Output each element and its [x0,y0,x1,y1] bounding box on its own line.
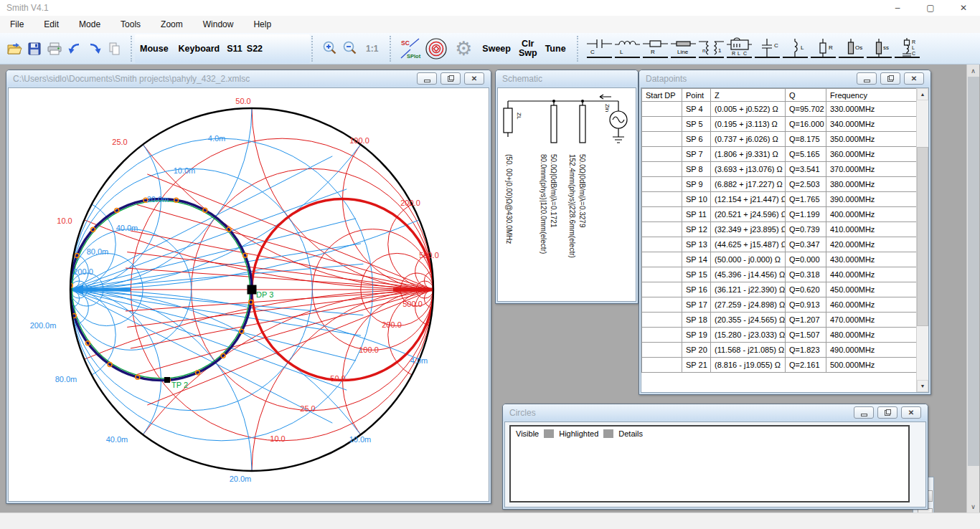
table-cell[interactable]: (12.154 + j21.447) Ω [711,192,786,207]
table-cell[interactable]: (20.521 + j24.596) Ω [711,207,786,222]
window-minimize-button[interactable] [854,406,874,419]
table-cell[interactable]: 500.000MHz [826,358,918,373]
table-cell[interactable]: (50.000 - j0.000) Ω [711,252,786,267]
table-cell[interactable]: 480.000MHz [826,328,918,343]
datapoints-window-titlebar[interactable]: Datapoints ✕ [639,70,930,87]
table-cell[interactable]: 360.000MHz [826,147,918,162]
close-button[interactable]: ✕ [947,0,980,16]
datapoints-scrollbar[interactable]: ▲ ▼ [916,88,928,392]
keyboard-button[interactable]: Keyboard [174,44,225,54]
window-close-button[interactable]: ✕ [464,72,484,85]
chart-window-titlebar[interactable]: C:\Users\sidlo\Documents\Smith projects\… [6,70,491,87]
redo-icon[interactable] [85,39,105,59]
datapoints-table[interactable]: Start DP Point Z Q Frequency SP 4(0.005 … [641,88,918,373]
table-row[interactable]: SP 16(36.121 - j22.390) ΩQ=0.620450.000M… [642,282,918,297]
table-cell[interactable] [642,297,682,313]
table-cell[interactable]: (20.355 - j24.565) Ω [711,313,786,328]
table-cell[interactable]: Q=2.161 [786,358,826,373]
table-cell[interactable]: 490.000MHz [826,343,918,358]
component-rlc-box-button[interactable]: RLC [725,35,753,62]
table-cell[interactable]: (1.806 + j9.331) Ω [711,147,786,162]
table-cell[interactable]: Q=0.620 [786,282,826,297]
menu-mode[interactable]: Mode [69,16,110,32]
table-cell[interactable]: 420.000MHz [826,237,918,252]
table-row[interactable]: SP 6(0.737 + j6.026) ΩQ=8.175350.000MHz [642,132,918,147]
copy-icon[interactable] [105,39,125,59]
table-row[interactable]: SP 21(8.816 - j19.055) ΩQ=2.161500.000MH… [642,358,918,373]
table-cell[interactable] [642,162,682,177]
component-shunt-l-button[interactable]: L [781,35,809,62]
table-cell[interactable]: (0.005 + j0.522) Ω [711,102,786,117]
table-cell[interactable]: SP 13 [682,237,711,252]
table-cell[interactable] [642,207,682,222]
table-cell[interactable] [642,177,682,192]
component-shunt-c-button[interactable]: C [753,35,781,62]
table-row[interactable]: SP 17(27.259 - j24.898) ΩQ=0.913460.000M… [642,297,918,313]
table-cell[interactable]: (6.882 + j17.227) Ω [711,177,786,192]
s22-button[interactable]: S22 [245,44,265,54]
table-cell[interactable]: SP 17 [682,297,711,313]
table-row[interactable]: SP 19(15.280 - j23.033) ΩQ=1.507480.000M… [642,328,918,343]
sweep-button[interactable]: Sweep [477,44,516,54]
circles-table-header[interactable]: Visible Highlighted Details [511,426,908,440]
table-row[interactable]: SP 8(3.693 + j13.076) ΩQ=3.541370.000MHz [642,162,918,177]
table-cell[interactable]: 440.000MHz [826,267,918,282]
circles-table[interactable]: Visible Highlighted Details [509,425,910,502]
scroll-down-icon[interactable]: ∨ [967,500,979,513]
table-cell[interactable]: SP 11 [682,207,711,222]
table-cell[interactable]: Q=1.765 [786,192,826,207]
minimize-button[interactable]: – [881,0,914,16]
table-cell[interactable]: 410.000MHz [826,222,918,237]
table-header-row[interactable]: Start DP Point Z Q Frequency [642,89,918,102]
table-cell[interactable]: SP 21 [682,358,711,373]
table-cell[interactable]: SP 8 [682,162,711,177]
table-cell[interactable]: 350.000MHz [826,132,918,147]
table-cell[interactable]: SP 14 [682,252,711,267]
s11-button[interactable]: S11 [225,44,245,54]
table-cell[interactable]: (27.259 - j24.898) Ω [711,297,786,313]
table-cell[interactable]: SP 15 [682,267,711,282]
table-cell[interactable] [642,282,682,297]
table-cell[interactable] [642,222,682,237]
component-open-stub-button[interactable]: Os [837,35,865,62]
table-cell[interactable]: SP 18 [682,313,711,328]
table-cell[interactable]: SP 16 [682,282,711,297]
table-cell[interactable]: Q=5.165 [786,147,826,162]
save-icon[interactable] [24,39,44,59]
smith-chart[interactable]: 50.025.010.0100.0200.0500.0500.0200.0100… [9,88,489,502]
smith-target-icon[interactable] [423,39,450,59]
table-cell[interactable] [642,147,682,162]
table-cell[interactable]: 340.000MHz [826,117,918,132]
table-cell[interactable]: SP 19 [682,328,711,343]
schematic-canvas[interactable]: ZL Zin (50. 00+j0.00)Ω@430.0MHz 50.0Ω|0d… [497,87,636,302]
component-transformer-button[interactable]: n1 [697,35,725,62]
menu-edit[interactable]: Edit [34,16,69,32]
window-restore-button[interactable] [440,72,461,85]
tune-button[interactable]: Tune [540,44,571,54]
window-close-button[interactable]: ✕ [901,406,921,419]
table-cell[interactable]: SP 6 [682,132,711,147]
table-cell[interactable]: Q=0.739 [786,222,826,237]
table-row[interactable]: SP 7(1.806 + j9.331) ΩQ=5.165360.000MHz [642,147,918,162]
scroll-up-icon[interactable]: ∧ [967,65,979,77]
table-cell[interactable]: SP 4 [682,102,711,117]
table-cell[interactable] [642,328,682,343]
scrollbar-thumb[interactable] [968,77,979,466]
zoom-in-icon[interactable] [320,39,340,59]
table-cell[interactable]: Q=3.541 [786,162,826,177]
menu-window[interactable]: Window [193,16,244,32]
table-cell[interactable]: (8.816 - j19.055) Ω [711,358,786,373]
table-cell[interactable]: Q=0.318 [786,267,826,282]
table-cell[interactable]: (36.121 - j22.390) Ω [711,282,786,297]
table-cell[interactable]: 380.000MHz [826,177,918,192]
schematic-window-titlebar[interactable]: Schematic [496,70,638,87]
table-row[interactable]: SP 14(50.000 - j0.000) ΩQ=0.000430.000MH… [642,252,918,267]
table-cell[interactable]: (0.195 + j3.113) Ω [711,117,786,132]
table-cell[interactable]: Q=1.507 [786,328,826,343]
table-cell[interactable] [642,358,682,373]
circles-window-titlebar[interactable]: Circles ✕ [503,404,928,421]
open-icon[interactable] [4,39,24,59]
table-row[interactable]: SP 20(11.568 - j21.085) ΩQ=1.823490.000M… [642,343,918,358]
table-cell[interactable]: Q=1.199 [786,207,826,222]
clr-swp-button[interactable]: ClrSwp [516,39,540,58]
